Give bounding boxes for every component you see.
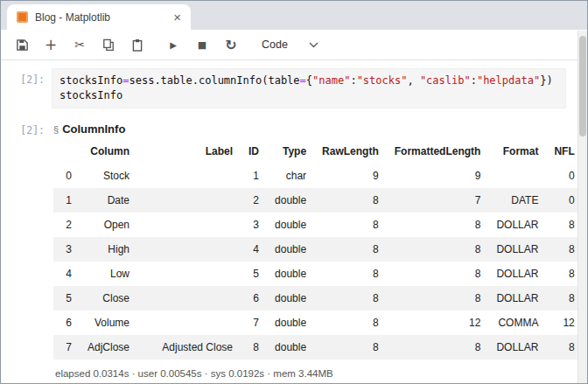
- tab-title: Blog - Matplotlib: [35, 11, 171, 24]
- column-header: Label: [137, 139, 241, 164]
- table-cell: 7: [387, 188, 489, 213]
- table-cell: 8: [387, 213, 489, 237]
- notebook-favicon-icon: [17, 11, 28, 23]
- code-input-editor[interactable]: stocksInfo=sess.table.columnInfo(table={…: [52, 68, 566, 108]
- table-cell: Stock: [80, 164, 137, 188]
- table-cell: [137, 286, 241, 311]
- table-cell: DOLLAR: [488, 262, 546, 286]
- row-index-cell: 5: [53, 286, 80, 311]
- copy-icon: [102, 38, 115, 52]
- code-token: }): [540, 74, 552, 87]
- table-cell: double: [267, 335, 314, 360]
- table-cell: 7: [241, 311, 267, 335]
- code-line-2: stocksInfo: [60, 88, 558, 103]
- table-row: 3High4double88DOLLAR82: [53, 237, 587, 262]
- table-cell: 5: [241, 262, 267, 286]
- table-cell: 8: [314, 188, 387, 213]
- table-cell: double: [267, 237, 314, 262]
- output-title: §ColumnInfo: [53, 122, 587, 136]
- columninfo-table: ColumnLabelIDTypeRawLengthFormattedLengt…: [53, 139, 587, 360]
- column-header: RawLength: [314, 139, 387, 164]
- table-cell: Low: [80, 262, 137, 286]
- table-cell: Adjusted Close: [137, 335, 241, 360]
- table-cell: 8: [314, 237, 387, 262]
- table-cell: 1: [241, 164, 267, 188]
- add-cell-button[interactable]: +: [42, 35, 60, 54]
- save-button[interactable]: [13, 35, 31, 54]
- code-token: "helpdata": [477, 74, 540, 87]
- table-cell: 8: [387, 286, 489, 311]
- table-header-row: ColumnLabelIDTypeRawLengthFormattedLengt…: [53, 139, 587, 164]
- column-header: [53, 139, 80, 164]
- browser-window: Blog - Matplotlib × + ✂ ▶ ■: [0, 0, 588, 384]
- table-cell: Close: [80, 286, 137, 311]
- table-cell: [137, 237, 241, 262]
- table-cell: double: [267, 188, 314, 213]
- row-index-cell: 7: [53, 335, 80, 360]
- restart-kernel-button[interactable]: ↻: [222, 35, 240, 54]
- column-header: Type: [267, 139, 314, 164]
- table-cell: [137, 311, 241, 335]
- output-title-text: ColumnInfo: [62, 122, 125, 136]
- table-cell: double: [267, 286, 314, 311]
- table-cell: Open: [80, 213, 137, 237]
- table-cell: double: [267, 213, 314, 237]
- timing-info: elapsed 0.0314s · user 0.00545s · sys 0.…: [55, 368, 587, 379]
- cell-output: §ColumnInfo ColumnLabelIDTypeRawLengthFo…: [52, 119, 587, 379]
- clipboard-icon: [131, 38, 144, 52]
- vertical-scrollbar[interactable]: [578, 31, 587, 383]
- notebook-area: [2]: stocksInfo=sess.table.columnInfo(ta…: [1, 60, 587, 383]
- browser-tab-bar: Blog - Matplotlib ×: [1, 1, 587, 30]
- table-cell: 9: [387, 164, 489, 188]
- output-cell: [2]: §ColumnInfo ColumnLabelIDTypeRawLen…: [1, 119, 587, 379]
- table-cell: [137, 164, 241, 188]
- table-cell: [137, 262, 241, 286]
- code-token: :: [471, 74, 477, 87]
- table-cell: double: [267, 311, 314, 335]
- table-cell: 8: [314, 262, 387, 286]
- table-row: 4Low5double88DOLLAR82: [53, 262, 587, 286]
- table-cell: 8: [314, 311, 387, 335]
- code-token: "stocks": [357, 74, 408, 87]
- cell-type-label: Code: [262, 38, 288, 51]
- browser-tab[interactable]: Blog - Matplotlib ×: [7, 4, 191, 30]
- output-prompt: [2]:: [1, 119, 52, 379]
- table-cell: 12: [387, 311, 489, 335]
- table-cell: 2: [241, 188, 267, 213]
- copy-cells-button[interactable]: [100, 35, 117, 54]
- table-cell: [137, 213, 241, 237]
- row-index-cell: 1: [53, 188, 80, 213]
- table-cell: 8: [387, 335, 489, 360]
- table-cell: DOLLAR: [488, 237, 546, 262]
- code-token: ,: [407, 74, 419, 87]
- column-header: FormattedLength: [387, 139, 489, 164]
- row-index-cell: 4: [53, 262, 80, 286]
- table-row: 7AdjCloseAdjusted Close8double88DOLLAR82: [53, 335, 587, 360]
- code-token: "caslib": [420, 74, 471, 87]
- code-line-1: stocksInfo=sess.table.columnInfo(table={…: [60, 73, 558, 88]
- row-index-cell: 0: [53, 164, 80, 188]
- cut-cells-button[interactable]: ✂: [71, 35, 88, 54]
- paste-cells-button[interactable]: [129, 35, 146, 54]
- table-cell: 6: [241, 286, 267, 311]
- table-cell: 4: [241, 237, 267, 262]
- table-cell: DOLLAR: [488, 286, 546, 311]
- table-cell: 8: [387, 262, 489, 286]
- scrollbar-thumb[interactable]: [579, 36, 586, 136]
- tab-close-button[interactable]: ×: [171, 10, 184, 24]
- code-token: "name": [312, 74, 350, 87]
- table-row: 6Volume7double812COMMA120: [53, 311, 587, 335]
- row-index-cell: 6: [53, 311, 80, 335]
- table-row: 2Open3double88DOLLAR82: [53, 213, 587, 237]
- run-cell-button[interactable]: ▶: [164, 35, 182, 54]
- table-cell: 9: [314, 164, 387, 188]
- table-cell: Volume: [80, 311, 137, 335]
- table-cell: 8: [314, 213, 387, 237]
- interrupt-kernel-button[interactable]: ■: [193, 35, 211, 54]
- table-row: 1Date2double87DATE00: [53, 188, 587, 213]
- cell-type-dropdown[interactable]: Code: [262, 38, 318, 51]
- table-cell: 8: [314, 335, 387, 360]
- code-token: sess.table.columnInfo(table: [129, 74, 299, 87]
- code-token: stocksInfo: [60, 74, 122, 87]
- code-token: =: [300, 74, 306, 87]
